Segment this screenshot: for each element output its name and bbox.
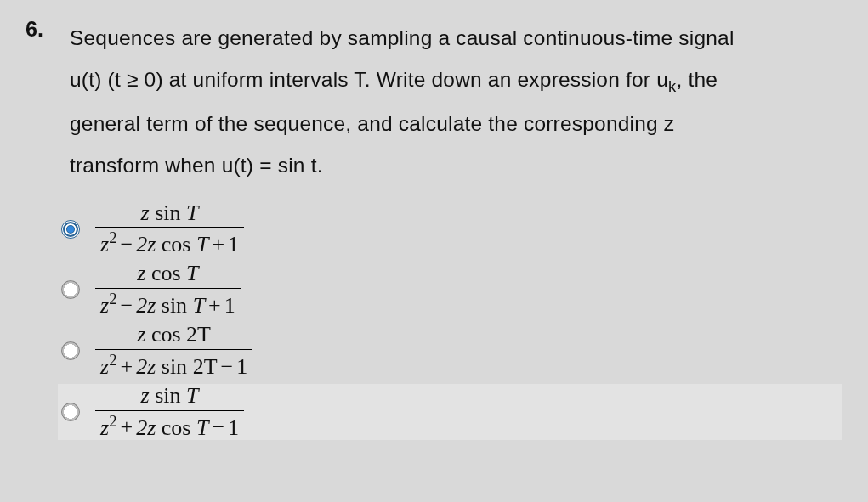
option-2-expression: z cos T z2−2z sin T+1 (95, 262, 241, 318)
qtext-line1: Sequences are generated by sampling a ca… (70, 26, 735, 49)
qtext-line2a: u(t) (t ≥ 0) at uniform intervals T. Wri… (70, 68, 668, 91)
question-text: Sequences are generated by sampling a ca… (70, 17, 842, 186)
radio-icon[interactable] (61, 280, 80, 299)
qtext-line2b: , the (676, 68, 718, 91)
question-number: 6. (26, 17, 51, 440)
question-block: 6. Sequences are generated by sampling a… (26, 17, 842, 440)
option-4[interactable]: z sin T z2+2z cos T−1 (58, 384, 842, 440)
qtext-line3: general term of the sequence, and calcul… (70, 112, 674, 135)
option-3[interactable]: z cos 2T z2+2z sin 2T−1 (58, 323, 842, 379)
option-3-expression: z cos 2T z2+2z sin 2T−1 (95, 323, 252, 379)
qtext-line4: transform when u(t) = sin t. (70, 154, 323, 177)
radio-icon[interactable] (61, 220, 80, 239)
radio-icon[interactable] (61, 341, 80, 360)
option-2[interactable]: z cos T z2−2z sin T+1 (58, 262, 842, 318)
options-group: z sin T z2−2z cos T+1 z cos T z2−2z sin … (58, 201, 842, 440)
radio-icon[interactable] (61, 403, 80, 421)
option-4-expression: z sin T z2+2z cos T−1 (95, 384, 244, 440)
option-1-expression: z sin T z2−2z cos T+1 (95, 201, 244, 257)
option-1[interactable]: z sin T z2−2z cos T+1 (58, 201, 842, 257)
question-body: Sequences are generated by sampling a ca… (70, 17, 842, 440)
